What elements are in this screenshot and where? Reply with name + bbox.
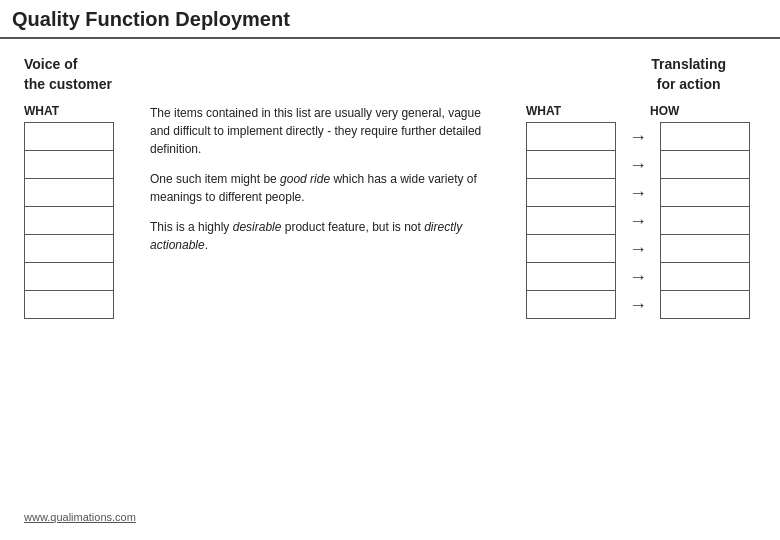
- what-how-labels: WHAT HOW: [526, 104, 756, 118]
- diagrams-row: WHAT The items contained in this list ar…: [24, 104, 756, 503]
- paragraph-1: The items contained in this list are usu…: [150, 104, 500, 158]
- table-row: [25, 151, 114, 179]
- right-how-table: [660, 122, 750, 319]
- voice-of-customer-label: Voice of the customer: [24, 55, 112, 94]
- arrow-icon: →: [629, 156, 647, 174]
- arrow-icon: →: [629, 184, 647, 202]
- table-row: [661, 291, 750, 319]
- table-row: [661, 235, 750, 263]
- arrow-icon: →: [629, 212, 647, 230]
- table-row: [527, 179, 616, 207]
- right-how-label: HOW: [650, 104, 679, 118]
- table-row: [25, 291, 114, 319]
- table-row: [527, 263, 616, 291]
- table-row: [527, 151, 616, 179]
- top-section: Voice of the customer Translating for ac…: [24, 55, 756, 94]
- page-title: Quality Function Deployment: [12, 8, 290, 30]
- arrow-icon: →: [629, 296, 647, 314]
- table-row: [661, 179, 750, 207]
- table-row: [25, 263, 114, 291]
- table-row: [527, 123, 616, 151]
- table-row: [527, 291, 616, 319]
- footer-url[interactable]: www.qualimations.com: [24, 511, 136, 523]
- title-bar: Quality Function Deployment: [0, 0, 780, 39]
- arrow-icon: →: [629, 268, 647, 286]
- arrow-icon: →: [629, 240, 647, 258]
- table-row: [661, 207, 750, 235]
- right-what-table: [526, 122, 616, 319]
- what-how-tables: → → → → → → →: [526, 122, 750, 319]
- main-content: Voice of the customer Translating for ac…: [0, 39, 780, 533]
- table-row: [25, 179, 114, 207]
- footer: www.qualimations.com: [24, 503, 756, 523]
- table-row: [661, 263, 750, 291]
- paragraph-2: One such item might be good ride which h…: [150, 170, 500, 206]
- table-row: [661, 151, 750, 179]
- translating-label: Translating for action: [651, 55, 726, 94]
- table-row: [661, 123, 750, 151]
- arrow-icon: →: [629, 128, 647, 146]
- left-what-table: [24, 122, 114, 319]
- table-row: [25, 207, 114, 235]
- left-what-label: WHAT: [24, 104, 59, 118]
- arrows-column: → → → → → → →: [616, 123, 660, 319]
- table-row: [527, 235, 616, 263]
- right-what-how-section: WHAT HOW: [526, 104, 756, 319]
- table-row: [527, 207, 616, 235]
- middle-text: The items contained in this list are usu…: [140, 104, 510, 266]
- table-row: [25, 235, 114, 263]
- left-what-section: WHAT: [24, 104, 124, 319]
- paragraph-3: This is a highly desirable product featu…: [150, 218, 500, 254]
- table-row: [25, 123, 114, 151]
- right-what-label: WHAT: [526, 104, 606, 118]
